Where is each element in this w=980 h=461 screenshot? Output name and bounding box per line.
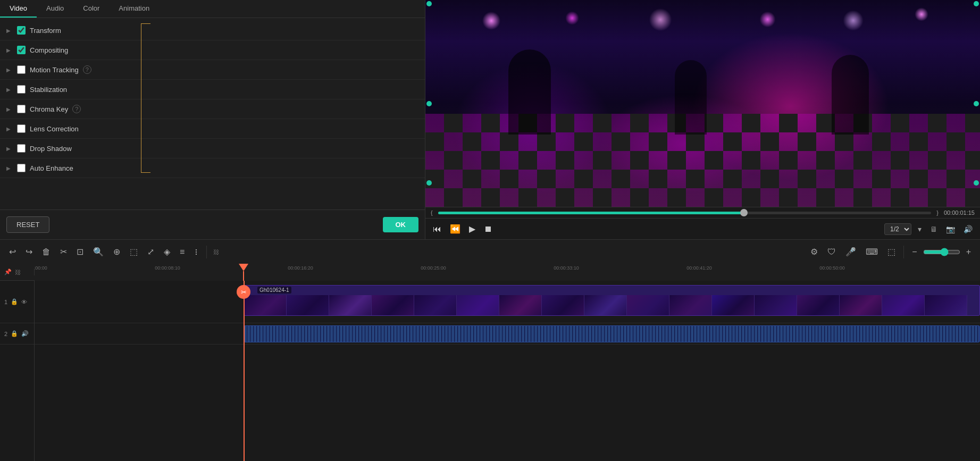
track-lock-icon-2[interactable]: 🔒 xyxy=(11,330,18,337)
import-button[interactable]: ⬚ xyxy=(126,244,141,259)
zoom-in-button[interactable]: + xyxy=(962,245,975,259)
prop-drop-shadow[interactable]: ▶ Drop Shadow xyxy=(0,139,425,158)
playhead-triangle xyxy=(239,264,248,271)
prop-chroma-key-label: Chroma Key xyxy=(30,105,68,113)
progress-bar[interactable] xyxy=(438,212,932,214)
prop-compositing[interactable]: ▶ Compositing xyxy=(0,40,425,60)
bracket-end-icon: } xyxy=(936,209,939,216)
ruler-label-1: 00:00:08:10 xyxy=(155,265,180,271)
shield-button[interactable]: 🛡 xyxy=(824,245,840,259)
playhead-scissors[interactable]: ✂ xyxy=(237,285,250,299)
redo-button[interactable]: ↪ xyxy=(22,244,36,259)
cut-button[interactable]: ✂ xyxy=(56,244,71,259)
frame-back-button[interactable]: ⏪ xyxy=(448,222,463,236)
chevron-quality-icon[interactable]: ▾ xyxy=(916,223,924,236)
corner-handle-br[interactable] xyxy=(974,180,979,186)
zoom-slider[interactable] xyxy=(923,248,960,256)
timeline: 📌 ⛓ 00:00:00:00 00:00:08:10 00:00:16:20 … xyxy=(0,264,980,461)
skip-back-button[interactable]: ⏮ xyxy=(431,222,443,236)
timeline-ruler[interactable]: 00:00:00:00 00:00:08:10 00:00:16:20 00:0… xyxy=(35,264,980,281)
color-button[interactable]: ◈ xyxy=(160,244,174,259)
volume-icon[interactable]: 🔊 xyxy=(961,223,975,236)
timeline-ruler-side: 📌 ⛓ xyxy=(0,269,35,275)
chevron-compositing-icon: ▶ xyxy=(6,47,14,53)
bracket-start-icon: { xyxy=(431,209,433,216)
timeline-body: 1 🔒 👁 2 🔒 🔊 ✂ ▶ Gh010624-1 xyxy=(0,281,980,461)
video-preview xyxy=(425,0,980,207)
checkbox-auto-enhance[interactable] xyxy=(17,164,26,172)
corner-handle-tr[interactable] xyxy=(974,1,979,6)
prop-stabilization[interactable]: ▶ Stabilization xyxy=(0,80,425,99)
waveform-button[interactable]: ⫶ xyxy=(190,245,202,259)
progress-handle[interactable] xyxy=(740,209,748,216)
checkbox-transform[interactable] xyxy=(17,26,26,35)
track-eye-icon-1[interactable]: 👁 xyxy=(21,299,27,305)
prop-transform-label: Transform xyxy=(30,27,61,35)
corner-handle-mr[interactable] xyxy=(974,101,979,106)
prop-transform[interactable]: ▶ Transform xyxy=(0,21,425,40)
screenshot-icon[interactable]: 📷 xyxy=(944,223,957,236)
zoom-button[interactable]: 🔍 xyxy=(89,244,107,259)
corner-handle-ml[interactable] xyxy=(426,101,432,106)
playback-timecode: 00:00:01:15 xyxy=(944,209,975,216)
reset-button[interactable]: RESET xyxy=(6,216,49,233)
right-panel: { } 00:00:01:15 ⏮ ⏪ ▶ ⏹ 1/2 ▾ 🖥 📷 🔊 xyxy=(425,0,980,239)
track-lock-icon-1[interactable]: 🔒 xyxy=(11,298,18,305)
tab-video[interactable]: Video xyxy=(0,0,37,18)
help-chroma-key-icon[interactable]: ? xyxy=(72,105,81,113)
prop-lens-correction[interactable]: ▶ Lens Correction xyxy=(0,119,425,139)
undo-button[interactable]: ↩ xyxy=(5,244,20,259)
panel-footer: RESET OK xyxy=(0,209,425,239)
play-button[interactable]: ▶ xyxy=(467,222,478,236)
video-scrub-bar: { } 00:00:01:15 xyxy=(425,207,980,218)
help-motion-tracking-icon[interactable]: ? xyxy=(83,65,91,74)
checkbox-lens-correction[interactable] xyxy=(17,124,26,133)
prop-auto-enhance[interactable]: ▶ Auto Enhance xyxy=(0,158,425,178)
playhead-ruler-line xyxy=(243,271,244,281)
ok-button[interactable]: OK xyxy=(383,217,419,232)
track-label-2: 2 🔒 🔊 xyxy=(0,323,34,345)
link-button[interactable]: ⊕ xyxy=(110,244,124,259)
zoom-out-button[interactable]: − xyxy=(908,245,920,259)
video-clip-1[interactable]: ▶ Gh010624-1 xyxy=(244,285,980,316)
left-panel: Video Audio Color Animation ▶ Transform … xyxy=(0,0,425,239)
delete-button[interactable]: 🗑 xyxy=(38,245,54,259)
tab-animation[interactable]: Animation xyxy=(109,0,159,18)
checkbox-compositing[interactable] xyxy=(17,46,26,54)
chevron-motion-tracking-icon: ▶ xyxy=(6,67,14,73)
prop-chroma-key[interactable]: ▶ Chroma Key ? xyxy=(0,99,425,119)
checkbox-motion-tracking[interactable] xyxy=(17,65,26,74)
ruler-label-0: 00:00:00:00 xyxy=(35,265,47,271)
quality-select[interactable]: 1/2 xyxy=(884,223,911,235)
subtitles-button[interactable]: ⬚ xyxy=(884,244,899,259)
corner-handle-bl[interactable] xyxy=(426,180,432,186)
toolbar: ↩ ↪ 🗑 ✂ ⊡ 🔍 ⊕ ⬚ ⤢ ◈ ≡ ⫶ ⛓ ⚙ 🛡 🎤 ⌨ ⬚ − + xyxy=(0,239,980,264)
timeline-link-icon[interactable]: ⛓ xyxy=(213,249,219,255)
prop-compositing-label: Compositing xyxy=(30,46,68,54)
tab-color[interactable]: Color xyxy=(73,0,109,18)
corner-handle-tl[interactable] xyxy=(426,1,432,6)
audio-track-1 xyxy=(35,323,980,345)
crop-button[interactable]: ⊡ xyxy=(73,244,87,259)
fit-button[interactable]: ⤢ xyxy=(144,244,158,259)
prop-motion-tracking[interactable]: ▶ Motion Tracking ? xyxy=(0,60,425,80)
checkbox-chroma-key[interactable] xyxy=(17,105,26,113)
clip-label-1: Gh010624-1 xyxy=(257,287,291,294)
mic-button[interactable]: 🎤 xyxy=(842,244,860,259)
display-icon[interactable]: 🖥 xyxy=(928,223,940,236)
chevron-auto-enhance-icon: ▶ xyxy=(6,165,14,171)
audio-button[interactable]: ≡ xyxy=(176,245,188,259)
checkbox-stabilization[interactable] xyxy=(17,85,26,94)
track-eye-icon-2[interactable]: 🔊 xyxy=(21,330,29,337)
toolbar-right-separator xyxy=(903,246,904,258)
tab-audio[interactable]: Audio xyxy=(37,0,73,18)
ruler-label-2: 00:00:16:20 xyxy=(288,265,313,271)
stop-button[interactable]: ⏹ xyxy=(482,222,495,236)
chevron-lens-correction-icon: ▶ xyxy=(6,126,14,132)
timeline-chain-icon: ⛓ xyxy=(15,269,21,275)
settings-button[interactable]: ⚙ xyxy=(807,244,822,259)
captions-button[interactable]: ⌨ xyxy=(862,244,882,259)
prop-lens-correction-label: Lens Correction xyxy=(30,125,79,133)
audio-clip-1[interactable] xyxy=(244,325,980,342)
checkbox-drop-shadow[interactable] xyxy=(17,144,26,153)
